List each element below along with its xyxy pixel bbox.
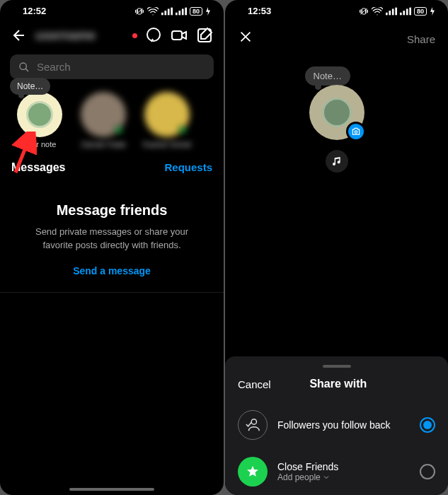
compose-button[interactable] <box>195 26 214 45</box>
status-bar: 12:53 80 <box>225 0 448 19</box>
new-chat-button[interactable] <box>144 26 163 45</box>
avatar <box>144 92 190 137</box>
close-friends-icon <box>238 457 268 487</box>
online-dot-icon <box>178 126 187 134</box>
signal-icon-2 <box>400 7 411 16</box>
avatar <box>81 92 126 137</box>
svg-point-24 <box>355 131 357 134</box>
signal-icon <box>386 7 397 16</box>
svg-rect-17 <box>389 11 391 15</box>
svg-rect-22 <box>406 8 408 15</box>
empty-state: Message friends Send private messages or… <box>0 177 224 292</box>
radio-unselected[interactable] <box>420 464 435 479</box>
add-photo-button[interactable] <box>346 122 366 141</box>
note-header: Share <box>225 19 448 59</box>
radio-selected[interactable] <box>420 417 435 433</box>
signal-icon <box>161 7 173 16</box>
close-button[interactable] <box>238 29 253 49</box>
compose-icon <box>196 27 213 44</box>
svg-rect-19 <box>395 7 397 15</box>
tab-requests[interactable]: Requests <box>164 161 212 174</box>
wifi-icon <box>372 7 383 16</box>
svg-rect-4 <box>168 8 170 15</box>
status-icons: 80 <box>134 7 211 16</box>
svg-rect-16 <box>386 12 388 15</box>
share-option-followers[interactable]: Followers you follow back <box>225 402 448 448</box>
close-icon <box>238 29 253 45</box>
svg-rect-11 <box>172 31 182 40</box>
svg-rect-5 <box>171 7 173 15</box>
option-text: Followers you follow back <box>277 419 410 431</box>
back-button[interactable] <box>10 26 28 45</box>
option-text: Close Friends Add people <box>277 461 410 482</box>
svg-rect-20 <box>400 12 402 15</box>
note-label: Zainab Falak <box>81 140 126 148</box>
notification-dot <box>132 33 137 38</box>
vibrate-icon <box>359 7 369 16</box>
charging-icon <box>430 7 435 16</box>
account-username[interactable]: username <box>35 28 125 43</box>
svg-rect-7 <box>178 11 180 15</box>
avatar <box>309 85 364 140</box>
svg-rect-6 <box>176 12 178 15</box>
option-sublabel[interactable]: Add people <box>277 472 410 482</box>
home-indicator[interactable] <box>69 488 154 491</box>
share-sheet: Cancel Share with Followers you follow b… <box>225 356 448 495</box>
status-bar: 12:52 80 <box>0 0 224 19</box>
status-icons: 80 <box>359 7 435 16</box>
divider <box>0 292 224 293</box>
send-message-button[interactable]: Send a message <box>20 265 204 276</box>
wifi-icon <box>147 7 159 16</box>
signal-icon-2 <box>176 7 187 16</box>
share-option-close-friends[interactable]: Close Friends Add people <box>225 448 448 495</box>
person-check-icon <box>245 417 260 433</box>
contact-note-2[interactable]: Kashaf Sohail <box>142 92 193 148</box>
sheet-header: Cancel Share with <box>225 373 448 402</box>
svg-line-1 <box>136 8 142 14</box>
svg-rect-3 <box>164 11 166 15</box>
video-icon <box>171 27 188 44</box>
chat-bubble-icon <box>145 27 162 44</box>
note-bubble: Note… <box>10 78 50 95</box>
svg-point-13 <box>20 63 26 69</box>
option-label: Close Friends <box>277 461 410 472</box>
chevron-down-icon <box>322 473 331 482</box>
note-compose-screen: 12:53 80 Share Note… Cancel <box>225 0 448 495</box>
svg-rect-8 <box>182 8 184 15</box>
battery-pct: 80 <box>190 7 202 16</box>
add-music-button[interactable] <box>326 150 348 173</box>
vibrate-icon <box>134 7 144 16</box>
avatar <box>17 92 62 137</box>
dm-header: username <box>0 19 224 52</box>
clock: 12:53 <box>248 6 271 16</box>
note-text-bubble[interactable]: Note… <box>305 66 350 86</box>
arrow-left-icon <box>11 27 28 44</box>
note-label: Kashaf Sohail <box>143 140 191 148</box>
svg-point-25 <box>251 419 256 424</box>
battery-pct: 80 <box>414 7 427 16</box>
music-note-icon <box>331 156 343 167</box>
camera-icon <box>351 127 361 136</box>
annotation-arrow-icon <box>8 132 37 174</box>
search-input[interactable] <box>37 61 205 73</box>
svg-line-15 <box>360 8 367 14</box>
svg-rect-23 <box>409 7 411 15</box>
search-field[interactable] <box>10 54 214 79</box>
note-preview: Note… <box>309 85 364 173</box>
video-call-button[interactable] <box>170 26 188 45</box>
clock: 12:52 <box>23 6 46 16</box>
followers-icon <box>238 410 268 440</box>
star-icon <box>246 465 260 479</box>
empty-subtitle: Send private messages or share your favo… <box>20 226 204 252</box>
online-dot-icon <box>115 126 123 134</box>
share-button[interactable]: Share <box>407 33 435 45</box>
empty-title: Message friends <box>20 202 204 219</box>
svg-rect-9 <box>185 7 187 15</box>
contact-note-1[interactable]: Zainab Falak <box>78 92 129 148</box>
option-label: Followers you follow back <box>277 419 410 431</box>
search-icon <box>18 62 30 73</box>
charging-icon <box>205 7 211 16</box>
dm-screen: 12:52 80 username Note… <box>0 0 224 495</box>
sheet-handle[interactable] <box>323 365 351 368</box>
svg-rect-21 <box>403 11 405 15</box>
